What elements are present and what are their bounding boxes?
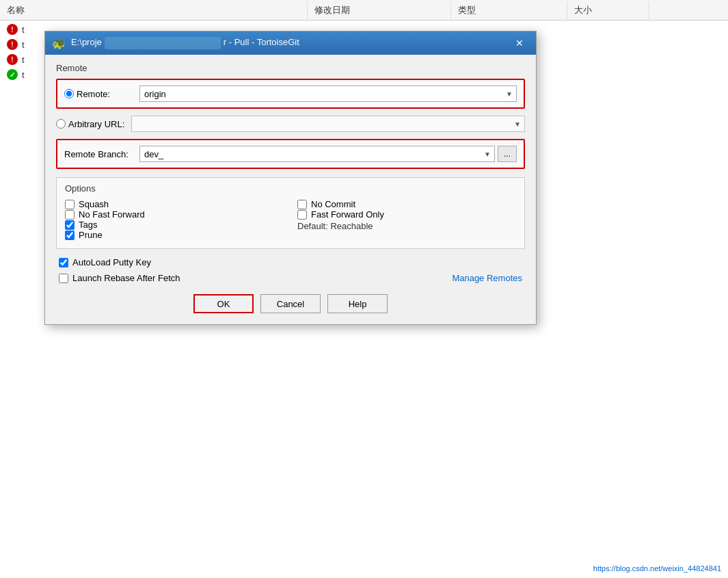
col-size: 大小 [567,1,649,19]
title-bar: 🐢 E:\projer - Pull - TortoiseGit ✕ [45,31,536,55]
fast-forward-only-option: Fast Forward Only [297,209,516,220]
remote-radio-label[interactable]: Remote: [64,89,139,99]
arbitrary-url-select[interactable] [131,116,525,132]
no-fast-forward-checkbox[interactable] [65,210,75,220]
squash-option: Squash [65,199,284,209]
no-fast-forward-label: No Fast Forward [79,209,145,220]
file-status-icon-red: ! [7,39,18,50]
manage-remotes-link[interactable]: Manage Remotes [452,273,522,283]
remote-dropdown-wrapper: origin ▼ [139,86,517,102]
explorer-header: 名称 修改日期 类型 大小 [0,0,728,21]
tags-checkbox[interactable] [65,220,75,230]
col-name: 名称 [0,1,308,19]
autoload-putty-label: AutoLoad Putty Key [72,257,151,267]
tortoisegit-icon: 🐢 [52,36,66,50]
no-fast-forward-option: No Fast Forward [65,209,284,220]
launch-rebase-checkbox[interactable] [59,274,68,283]
no-commit-option: No Commit [297,199,516,209]
col-type: 类型 [451,1,567,19]
autoload-putty-checkbox[interactable] [59,258,68,267]
title-text: E:\projer - Pull - TortoiseGit [71,37,510,49]
tags-label: Tags [79,220,97,230]
title-blurred [105,37,221,49]
file-status-icon-green: ✓ [7,69,18,80]
options-title: Options [65,183,516,194]
file-name: t [22,25,25,35]
cancel-button[interactable]: Cancel [260,294,321,313]
file-status-icon-red: ! [7,54,18,65]
fast-forward-only-checkbox[interactable] [297,210,307,220]
remote-radio-row: Remote: origin ▼ [64,86,517,102]
remote-radio-text: Remote: [77,89,110,99]
branch-label: Remote Branch: [64,149,139,159]
dialog-content: Remote Remote: origin ▼ Arbitrary [45,55,536,324]
branch-browse-button[interactable]: ... [498,146,517,162]
launch-rebase-label: Launch Rebase After Fetch [72,273,180,283]
autoload-putty-option: AutoLoad Putty Key [59,257,180,267]
file-name: t [22,40,25,50]
squash-label: Squash [79,199,109,209]
options-right-col: No Commit Fast Forward Only Default: Rea… [297,199,516,240]
file-name: t [22,55,25,65]
close-button[interactable]: ✕ [510,35,529,51]
remote-radio-input[interactable] [64,89,74,98]
help-button[interactable]: Help [327,294,388,313]
arbitrary-label-text: Arbitrary URL: [68,119,124,129]
tags-option: Tags [65,220,284,230]
prune-option: Prune [65,230,284,240]
remote-section-label: Remote [56,63,525,73]
remote-section: Remote: origin ▼ [56,79,525,109]
branch-dropdown-wrapper: dev_ ▼ [139,146,495,162]
footer-link: https://blog.csdn.net/weixin_44824841 [593,564,721,573]
default-reachable-text: Default: Reachable [297,221,516,231]
file-status-icon-red: ! [7,24,18,35]
options-section: Options Squash No Fast Forward Tags [56,177,525,249]
arbitrary-radio-input[interactable] [56,119,66,129]
launch-rebase-option: Launch Rebase After Fetch [59,273,180,283]
extra-options: AutoLoad Putty Key Launch Rebase After F… [56,257,525,283]
prune-checkbox[interactable] [65,231,75,240]
fast-forward-only-label: Fast Forward Only [311,209,384,220]
file-name: t [22,70,25,80]
col-date: 修改日期 [308,1,451,19]
remote-select[interactable]: origin [139,86,517,102]
title-path: E:\proje [71,37,102,47]
no-commit-label: No Commit [311,199,355,209]
remote-branch-section: Remote Branch: dev_ ▼ ... [56,139,525,169]
pull-dialog: 🐢 E:\projer - Pull - TortoiseGit ✕ Remot… [44,31,537,325]
prune-label: Prune [79,230,103,240]
arbitrary-radio-label[interactable]: Arbitrary URL: [56,119,131,129]
no-commit-checkbox[interactable] [297,200,307,209]
extra-left-col: AutoLoad Putty Key Launch Rebase After F… [59,257,180,283]
options-left-col: Squash No Fast Forward Tags Prune [65,199,284,240]
branch-select[interactable]: dev_ [139,146,495,162]
button-row: OK Cancel Help [56,294,525,313]
squash-checkbox[interactable] [65,200,75,209]
title-suffix: r - Pull - TortoiseGit [224,37,299,47]
ok-button[interactable]: OK [193,294,254,313]
arbitrary-url-row: Arbitrary URL: ▼ [56,116,525,132]
arbitrary-url-wrapper: ▼ [131,116,525,132]
options-grid: Squash No Fast Forward Tags Prune [65,199,516,240]
